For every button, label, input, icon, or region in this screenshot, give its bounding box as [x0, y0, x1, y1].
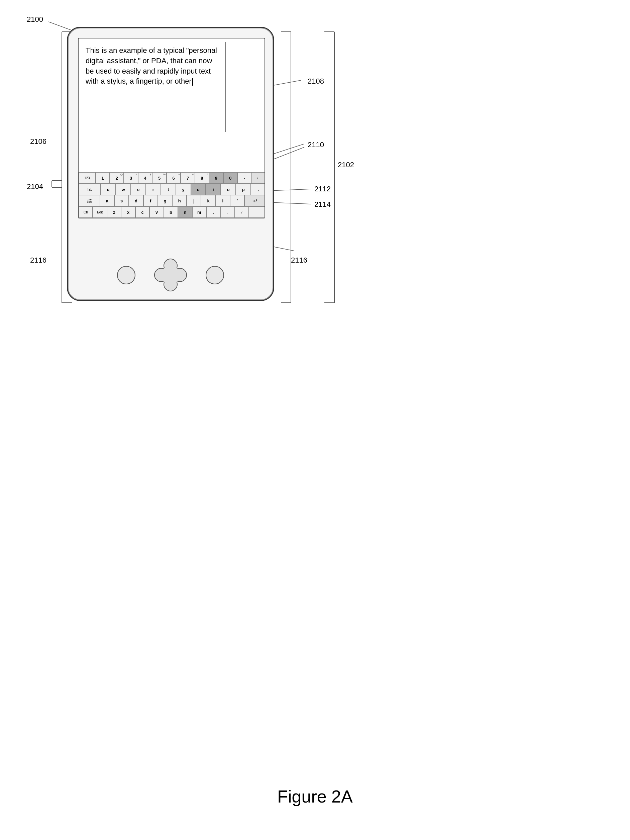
key-f[interactable]: f [143, 195, 158, 207]
key-quote[interactable]: " [230, 195, 244, 207]
key-y[interactable]: y [176, 184, 191, 195]
key-a[interactable]: a [100, 195, 114, 207]
svg-text:2116: 2116 [291, 256, 307, 264]
key-q[interactable]: q [101, 184, 116, 195]
key-9[interactable]: 9 [209, 172, 223, 184]
key-g[interactable]: g [158, 195, 172, 207]
key-v[interactable]: v [150, 207, 164, 218]
screen: This is an example of a typical "persona… [78, 38, 265, 218]
keyboard-row-qwerty: Tab q w e r t y u i o p ; [79, 184, 265, 195]
svg-text:2104: 2104 [27, 182, 43, 191]
key-period[interactable]: . [221, 207, 235, 218]
key-6[interactable]: 6^ [167, 172, 181, 184]
key-u[interactable]: u [191, 184, 206, 195]
nav-button-right[interactable] [206, 266, 224, 284]
svg-rect-34 [164, 268, 177, 282]
key-e[interactable]: e [131, 184, 146, 195]
svg-text:2116: 2116 [30, 256, 46, 264]
key-d[interactable]: d [129, 195, 143, 207]
device: This is an example of a typical "persona… [67, 27, 274, 301]
svg-text:2114: 2114 [314, 200, 331, 208]
key-o[interactable]: o [221, 184, 236, 195]
svg-text:2102: 2102 [338, 161, 354, 169]
key-0[interactable]: 0 [224, 172, 238, 184]
key-b[interactable]: b [164, 207, 178, 218]
nav-button-center[interactable] [154, 258, 187, 292]
key-123[interactable]: 123 [79, 172, 96, 184]
key-m[interactable]: m [192, 207, 206, 218]
key-edit[interactable]: Edit [93, 207, 107, 218]
key-4[interactable]: 4$ [138, 172, 152, 184]
keyboard-row-asdf: CAPShift a s d f g h j k l " ↵ [79, 195, 265, 207]
svg-text:2108: 2108 [308, 77, 324, 85]
svg-text:2112: 2112 [314, 185, 331, 193]
key-semicolon[interactable]: ; [251, 184, 265, 195]
key-dash[interactable]: - [238, 172, 252, 184]
key-2[interactable]: 2@ [110, 172, 124, 184]
text-cursor [192, 78, 193, 86]
key-c[interactable]: c [135, 207, 150, 218]
key-x[interactable]: x [121, 207, 135, 218]
key-shift[interactable]: CAPShift [79, 195, 100, 207]
key-8[interactable]: 8* [195, 172, 209, 184]
figure-caption: Figure 2A [277, 786, 353, 807]
key-backspace[interactable]: ← [252, 172, 265, 184]
key-7[interactable]: 7& [181, 172, 195, 184]
key-slash[interactable]: / [235, 207, 249, 218]
nav-button-left[interactable] [117, 266, 135, 284]
key-n[interactable]: n [178, 207, 192, 218]
keyboard-row-zxcv: Ctl Edit z x c v b n m , . / _ [79, 207, 265, 218]
key-j[interactable]: j [187, 195, 201, 207]
display-text: This is an example of a typical "persona… [86, 46, 217, 85]
svg-text:2100: 2100 [27, 15, 43, 24]
key-l[interactable]: l [216, 195, 230, 207]
key-z[interactable]: z [107, 207, 121, 218]
key-space[interactable]: _ [249, 207, 265, 218]
key-k[interactable]: k [201, 195, 215, 207]
page-container: 2116 2100 2106 2102 2104 2108 2110 2112 … [0, 0, 630, 840]
key-5[interactable]: 5% [152, 172, 166, 184]
key-t[interactable]: t [161, 184, 176, 195]
svg-text:2110: 2110 [308, 141, 324, 149]
key-enter[interactable]: ↵ [244, 195, 265, 207]
key-tab[interactable]: Tab [79, 184, 101, 195]
key-comma[interactable]: , [206, 207, 220, 218]
key-h[interactable]: h [172, 195, 187, 207]
key-r[interactable]: r [146, 184, 161, 195]
key-w[interactable]: w [116, 184, 131, 195]
key-ctl[interactable]: Ctl [79, 207, 93, 218]
keyboard-row-numbers: 123 1 2@ 3# 4$ 5% 6^ 7& 8* 9 0 - ← [79, 172, 265, 184]
key-3[interactable]: 3# [124, 172, 138, 184]
key-s[interactable]: s [114, 195, 129, 207]
key-1[interactable]: 1 [96, 172, 110, 184]
text-display-area[interactable]: This is an example of a typical "persona… [82, 42, 226, 132]
key-i[interactable]: i [206, 184, 221, 195]
key-p[interactable]: p [236, 184, 251, 195]
svg-text:2106: 2106 [30, 137, 46, 145]
keyboard: 123 1 2@ 3# 4$ 5% 6^ 7& 8* 9 0 - ← Tab [79, 172, 265, 218]
nav-buttons [117, 258, 224, 292]
